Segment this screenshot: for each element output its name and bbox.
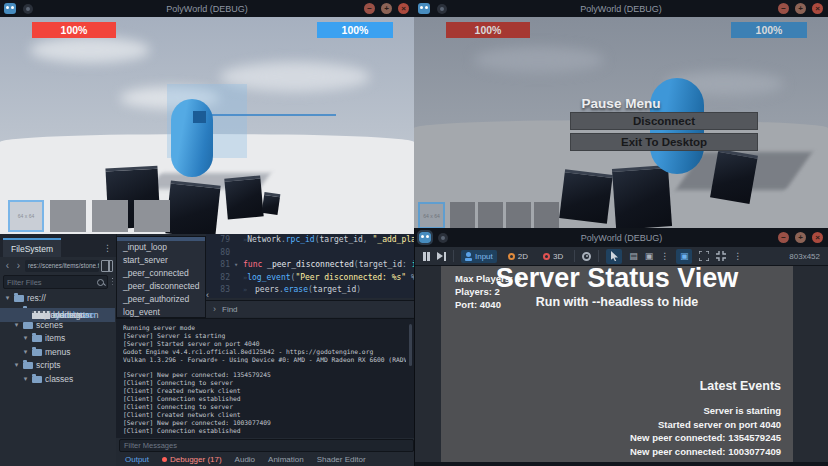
- tree-expand-icon[interactable]: ▾: [22, 375, 29, 383]
- 3d-icon: [543, 253, 550, 260]
- console-line: [Client] Created network client: [123, 411, 406, 419]
- method-item[interactable]: _peer_disconnected: [117, 280, 205, 293]
- bottom-panel-tab[interactable]: Output: [125, 455, 149, 464]
- bottom-panel-tabs: Output Debugger (17) Audio Animation: [116, 453, 414, 466]
- embed-icon: ▣: [680, 251, 689, 261]
- select-mode-button[interactable]: [606, 249, 622, 264]
- console-line: Running server mode: [123, 324, 406, 332]
- pause-menu-title: Pause Menu: [414, 96, 828, 111]
- tree-item[interactable]: ▾ classes: [0, 372, 115, 386]
- tree-item-label: menus: [45, 347, 71, 357]
- hotbar-slot[interactable]: [450, 202, 475, 229]
- health-value: 100%: [475, 24, 502, 36]
- node-list-icon[interactable]: ▤: [629, 251, 638, 261]
- close-button[interactable]: ×: [398, 3, 409, 14]
- method-item[interactable]: _input_loop: [117, 241, 205, 254]
- fold-icon[interactable]: ▾: [234, 259, 243, 272]
- filter-messages-input[interactable]: [119, 439, 414, 452]
- tree-expand-icon[interactable]: ▾: [22, 348, 29, 356]
- pause-icon[interactable]: [423, 252, 430, 261]
- maximize-button[interactable]: +: [795, 232, 806, 243]
- maximize-button[interactable]: +: [795, 3, 806, 14]
- more-icon[interactable]: ⋮: [103, 243, 112, 257]
- aim-line: [200, 114, 336, 116]
- chevron-icon[interactable]: ›: [213, 304, 216, 314]
- more-icon[interactable]: ⋮: [733, 251, 742, 261]
- forward-icon[interactable]: ›: [14, 260, 23, 271]
- titlebar[interactable]: PolyWorld (DEBUG) − + ×: [0, 0, 414, 17]
- titlebar[interactable]: PolyWorld (DEBUG) − + ×: [415, 228, 828, 247]
- camera-override-icon[interactable]: [582, 252, 591, 261]
- latest-events-title: Latest Events: [700, 379, 781, 393]
- tree-item[interactable]: ▾ items: [0, 332, 115, 346]
- minimize-button[interactable]: −: [364, 3, 375, 14]
- console-line: [123, 363, 406, 371]
- console-line: Vulkan 1.3.296 - Forward+ - Using Device…: [123, 356, 406, 364]
- folder-icon: [14, 295, 24, 302]
- console-line: Godot Engine v4.4.rc1.official.8ed125b42…: [123, 348, 406, 356]
- cube: [559, 169, 613, 223]
- bottom-panel-tab[interactable]: Animation: [268, 455, 304, 464]
- event-line: New peer connected: 1354579245: [630, 431, 781, 445]
- code-editor[interactable]: 79»Network.rpc_id(target_id, "_add_pla80…: [206, 234, 414, 298]
- pause-menu-button[interactable]: Exit To Desktop: [570, 133, 758, 151]
- next-frame-icon[interactable]: [437, 252, 443, 260]
- collapse-panel-icon[interactable]: ‹: [206, 290, 209, 300]
- tree-item[interactable]: ▾ menus: [0, 345, 115, 359]
- filter-files-input[interactable]: [3, 275, 108, 289]
- split-view-icon[interactable]: [101, 260, 113, 272]
- hotbar-slot-selected[interactable]: 64 x 64: [8, 200, 44, 232]
- console-line: [Client] Connecting to server: [123, 379, 406, 387]
- tab-filesystem[interactable]: FileSystem: [3, 238, 61, 257]
- tree-expand-icon[interactable]: ▾: [22, 334, 29, 342]
- back-icon[interactable]: ‹: [3, 260, 12, 271]
- held-item-cube: [193, 111, 206, 123]
- method-item[interactable]: _peer_authorized: [117, 293, 205, 306]
- input-toggle[interactable]: Input: [461, 250, 497, 263]
- hotbar-slot[interactable]: [50, 200, 86, 232]
- titlebar[interactable]: PolyWorld (DEBUG) − + ×: [414, 0, 828, 17]
- hotbar-slot-selected[interactable]: 64 x 64: [418, 202, 445, 229]
- embed-game-button[interactable]: ▣: [676, 249, 692, 264]
- bottom-panel-tab[interactable]: Debugger (17): [162, 455, 222, 464]
- pause-menu-button[interactable]: Disconnect: [570, 112, 758, 130]
- close-button[interactable]: ×: [812, 232, 823, 243]
- hotbar-slot[interactable]: [534, 202, 559, 229]
- hotbar-slot[interactable]: [134, 200, 170, 232]
- maximize-button[interactable]: +: [381, 3, 392, 14]
- tree-item[interactable]: ▾ res://: [0, 291, 115, 305]
- filter-messages-bar: [116, 438, 414, 453]
- health-bar-blue: 100%: [731, 22, 807, 38]
- separator: [453, 250, 454, 262]
- minimize-button[interactable]: −: [778, 232, 789, 243]
- hotbar-slot[interactable]: [478, 202, 503, 229]
- console-scrollbar[interactable]: [409, 324, 412, 366]
- tree-expand-icon[interactable]: ▾: [13, 361, 20, 369]
- health-value: 100%: [342, 24, 369, 36]
- breadcrumb[interactable]: res://scenes/items/stone.t: [25, 260, 99, 272]
- tree-expand-icon[interactable]: ▾: [4, 294, 11, 302]
- bottom-panel-tab[interactable]: Shader Editor: [317, 455, 366, 464]
- hotbar-slot[interactable]: [92, 200, 128, 232]
- method-item[interactable]: _peer_connected: [117, 267, 205, 280]
- tree-item[interactable]: world.tscn: [0, 308, 115, 322]
- scene-file-icon: [32, 311, 41, 319]
- sort-icon[interactable]: [112, 278, 113, 286]
- minimize-button[interactable]: −: [778, 3, 789, 14]
- 3d-toggle[interactable]: 3D: [539, 250, 567, 263]
- find-bar[interactable]: › Find: [206, 300, 414, 317]
- gutter: [234, 234, 243, 247]
- pan-mode-icon[interactable]: ▣: [645, 251, 654, 261]
- console-line: [Server] Started server on port 4040: [123, 340, 406, 348]
- tree-expand-icon[interactable]: ▾: [13, 321, 20, 329]
- console-line: [Client] Connecting to server: [123, 403, 406, 411]
- tree-item[interactable]: ▾ scripts: [0, 359, 115, 373]
- hotbar-slot[interactable]: [506, 202, 531, 229]
- pause-menu: DisconnectExit To Desktop: [570, 112, 758, 151]
- method-item[interactable]: start_server: [117, 254, 205, 267]
- close-button[interactable]: ×: [812, 3, 823, 14]
- method-item[interactable]: log_event: [117, 306, 205, 318]
- 2d-toggle[interactable]: 2D: [504, 250, 532, 263]
- bottom-panel-tab[interactable]: Audio: [235, 455, 255, 464]
- more-icon[interactable]: ⋮: [660, 251, 669, 261]
